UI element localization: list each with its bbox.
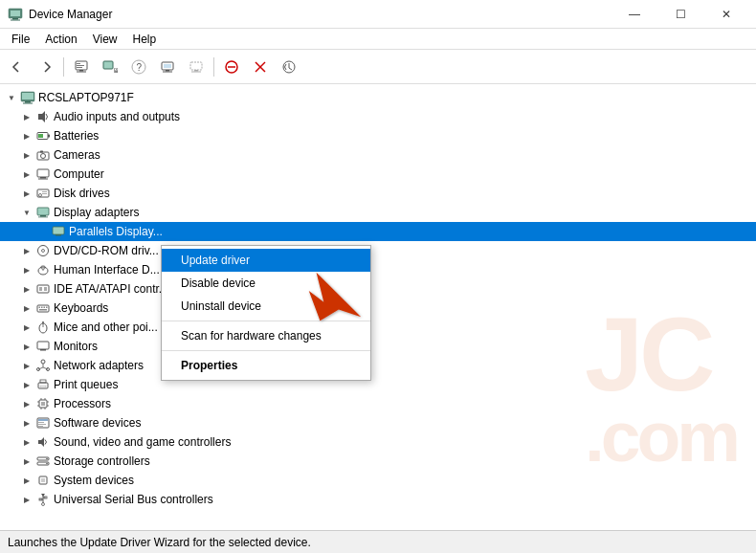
disk-label: Disk drives (54, 187, 110, 200)
batteries-expand[interactable]: ▶ (19, 128, 34, 144)
tree-item-audio[interactable]: ▶ Audio inputs and outputs (0, 107, 756, 126)
disk-expand[interactable]: ▶ (19, 186, 34, 201)
svg-text:?: ? (137, 62, 143, 73)
network-label: Network adapters (54, 359, 144, 372)
usb-icon (34, 491, 52, 508)
close-button[interactable]: ✕ (704, 0, 748, 29)
tree-item-hid[interactable]: ▶ Human Interface D... (0, 260, 756, 279)
svg-text:🖥: 🖥 (113, 67, 118, 74)
tree-item-parallels[interactable]: Parallels Display... (0, 222, 756, 241)
toolbar-disable[interactable] (218, 54, 245, 80)
svg-rect-88 (38, 419, 48, 421)
keyboards-expand[interactable]: ▶ (19, 300, 34, 316)
ide-expand[interactable]: ▶ (19, 281, 34, 297)
batteries-label: Batteries (54, 129, 99, 143)
toolbar-forward[interactable] (33, 54, 59, 80)
tree-item-monitors[interactable]: ▶ Monitors (0, 337, 756, 356)
svg-rect-44 (37, 208, 49, 215)
print-expand[interactable]: ▶ (19, 377, 34, 392)
tree-item-sound[interactable]: ▶ Sound, video and game controllers (0, 432, 756, 452)
svg-rect-60 (44, 307, 46, 309)
svg-rect-46 (38, 217, 48, 218)
tree-item-ide[interactable]: ▶ IDE ATA/ATAPI contr... (0, 279, 756, 299)
storage-expand[interactable]: ▶ (19, 453, 34, 469)
processors-expand[interactable]: ▶ (19, 396, 34, 411)
tree-item-cameras[interactable]: ▶ Cameras (0, 145, 756, 165)
tree-item-storage[interactable]: ▶ Storage controllers (0, 452, 756, 471)
ctx-uninstall-device[interactable]: Uninstall device (162, 295, 370, 318)
root-expand[interactable]: ▼ (4, 90, 19, 105)
svg-rect-28 (25, 101, 31, 103)
dvd-expand[interactable]: ▶ (19, 243, 34, 258)
system-expand[interactable]: ▶ (19, 473, 34, 488)
svg-marker-92 (38, 437, 44, 447)
svg-point-65 (42, 321, 44, 323)
toolbar-properties[interactable] (68, 54, 95, 80)
tree-item-dvd[interactable]: ▶ DVD/CD-ROM driv... (0, 241, 756, 260)
tree-item-disk[interactable]: ▶ Disk drives (0, 184, 756, 203)
svg-rect-15 (164, 64, 171, 68)
svg-point-95 (46, 458, 48, 460)
svg-rect-19 (194, 70, 198, 72)
tree-item-batteries[interactable]: ▶ Batteries (0, 126, 756, 145)
menu-help[interactable]: Help (125, 31, 165, 48)
mice-icon (34, 319, 52, 336)
svg-rect-67 (40, 349, 46, 351)
svg-rect-57 (37, 305, 49, 312)
computer-expand[interactable]: ▶ (19, 166, 34, 182)
svg-rect-9 (77, 67, 82, 68)
menu-action[interactable]: Action (37, 31, 84, 48)
sound-expand[interactable]: ▶ (19, 434, 34, 450)
toolbar-scan[interactable]: 🖥 (97, 54, 123, 80)
toolbar-network[interactable] (154, 54, 181, 80)
ctx-update-driver[interactable]: Update driver (162, 249, 370, 272)
tree-item-computer[interactable]: ▶ Computer (0, 165, 756, 184)
toolbar-update[interactable] (276, 54, 302, 80)
ctx-scan-hardware[interactable]: Scan for hardware changes (162, 324, 370, 347)
svg-rect-76 (40, 386, 46, 387)
network-expand[interactable]: ▶ (19, 358, 34, 373)
tree-item-software[interactable]: ▶ Software devices (0, 413, 756, 432)
toolbar-show-hidden[interactable] (183, 54, 210, 80)
display-expand[interactable]: ▼ (19, 205, 34, 220)
svg-rect-1 (11, 11, 20, 16)
tree-item-system[interactable]: ▶ System devices (0, 471, 756, 490)
svg-rect-33 (38, 134, 43, 138)
ctx-properties[interactable]: Properties (162, 354, 370, 377)
svg-rect-42 (42, 191, 47, 192)
menu-file[interactable]: File (4, 31, 37, 48)
software-expand[interactable]: ▶ (19, 415, 34, 431)
toolbar-uninstall[interactable] (247, 54, 274, 80)
toolbar-help[interactable]: ? (125, 54, 152, 80)
tree-item-keyboards[interactable]: ▶ Keyboards (0, 299, 756, 318)
storage-label: Storage controllers (54, 454, 150, 468)
parallels-label: Parallels Display... (69, 225, 163, 238)
monitors-label: Monitors (54, 340, 98, 353)
status-bar: Launches the Update Driver Wizard for th… (0, 530, 756, 553)
minimize-button[interactable]: — (612, 0, 656, 29)
svg-rect-2 (12, 18, 18, 20)
tree-item-print[interactable]: ▶ Print queues (0, 375, 756, 394)
tree-item-display[interactable]: ▼ Display adapters (0, 203, 756, 222)
tree-item-usb[interactable]: ▶ Universal Serial Bus controllers (0, 490, 756, 509)
svg-rect-59 (41, 307, 43, 309)
toolbar-back[interactable] (4, 54, 31, 80)
svg-rect-61 (46, 307, 48, 309)
hid-expand[interactable]: ▶ (19, 262, 34, 277)
monitors-expand[interactable]: ▶ (19, 339, 34, 354)
mice-expand[interactable]: ▶ (19, 320, 34, 335)
svg-rect-39 (38, 179, 48, 180)
tree-item-network[interactable]: ▶ Network adapters (0, 356, 756, 375)
tree-root[interactable]: ▼ RCSLAPTOP971F (0, 88, 756, 107)
cameras-expand[interactable]: ▶ (19, 147, 34, 163)
menu-view[interactable]: View (85, 31, 125, 48)
print-label: Print queues (54, 378, 118, 391)
ctx-disable-device[interactable]: Disable device (162, 272, 370, 295)
usb-expand[interactable]: ▶ (19, 492, 34, 507)
maximize-button[interactable]: ☐ (658, 0, 702, 29)
svg-rect-37 (37, 169, 49, 177)
audio-expand[interactable]: ▶ (19, 109, 34, 124)
tree-item-processors[interactable]: ▶ Processors (0, 394, 756, 413)
tree-item-mice[interactable]: ▶ Mice and other poi... (0, 318, 756, 337)
processors-icon (34, 395, 52, 412)
